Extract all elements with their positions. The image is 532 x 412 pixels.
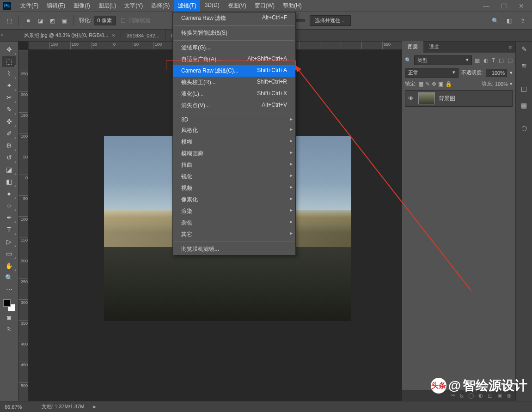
zoom-level[interactable]: 66.67% <box>5 404 32 410</box>
menu-item[interactable]: 视频 <box>173 182 295 194</box>
menu-item[interactable]: 渲染 <box>173 206 295 217</box>
search-icon[interactable]: 🔍 <box>490 16 500 25</box>
menu-item[interactable]: 自适应广角(A)...Alt+Shift+Ctrl+A <box>173 54 295 65</box>
dodge-tool[interactable]: ○ <box>2 200 16 211</box>
menu-item[interactable]: 杂色 <box>173 217 295 229</box>
filter-search-icon[interactable]: 🔍 <box>405 57 411 63</box>
menu-窗口[interactable]: 窗口(W) <box>251 0 278 12</box>
filter-type-icon[interactable]: T <box>492 57 495 64</box>
tab-close-icon[interactable]: × <box>112 32 115 39</box>
crop-tool[interactable]: ✂ <box>2 92 16 103</box>
layer-item[interactable]: 👁 背景图 <box>405 90 513 107</box>
lock-all-icon[interactable]: 🔒 <box>445 81 452 87</box>
workspace-icon[interactable]: ◧ <box>504 16 514 25</box>
menu-item[interactable]: 浏览联机滤镜... <box>173 243 295 255</box>
menu-item[interactable]: 液化(L)...Shift+Ctrl+X <box>173 88 295 100</box>
menu-item[interactable]: 像素化 <box>173 194 295 206</box>
select-and-mask-button[interactable]: 选择并遮住 ... <box>310 15 351 26</box>
selection-sub-icon[interactable]: ◩ <box>48 16 57 25</box>
minimize-button[interactable]: — <box>482 2 490 10</box>
menu-item[interactable]: 3D <box>173 115 295 125</box>
menu-3d[interactable]: 3D(D) <box>201 0 223 12</box>
tool-preset-icon[interactable]: ⬚ <box>5 16 14 25</box>
type-tool[interactable]: T <box>2 224 16 235</box>
chevron-down-icon[interactable]: ▾ <box>510 70 513 76</box>
menu-item[interactable]: Camera Raw 滤镜(C)...Shift+Ctrl+A <box>173 65 295 77</box>
tab-channels[interactable]: 通道 <box>423 41 445 53</box>
selection-add-icon[interactable]: ◪ <box>36 16 45 25</box>
quick-mask-toggle[interactable]: ◙ <box>2 312 16 323</box>
path-select-tool[interactable]: ▷ <box>2 236 16 247</box>
document-tab[interactable]: 391634_082... <box>121 30 165 41</box>
menu-item[interactable]: 模糊画廊 <box>173 148 295 159</box>
filter-adjust-icon[interactable]: ◐ <box>483 57 488 64</box>
document-tab[interactable]: 风景照.jpg @ 48.3% (图层0, RGB/8...× <box>18 30 121 41</box>
menu-item[interactable]: 镜头校正(R)...Shift+Ctrl+R <box>173 77 295 88</box>
panel-menu-icon[interactable]: ≡ <box>505 42 515 53</box>
feather-input[interactable]: 0 像素 <box>94 16 116 25</box>
blend-mode-select[interactable]: 正常▾ <box>405 68 459 78</box>
pen-tool[interactable]: ✒ <box>2 212 16 223</box>
menu-编辑[interactable]: 编辑(E) <box>43 0 69 12</box>
layer-name[interactable]: 背景图 <box>439 95 455 103</box>
maximize-button[interactable]: ☐ <box>500 2 508 10</box>
healing-tool[interactable]: ✜ <box>2 116 16 127</box>
swatches-panel-icon[interactable]: ≋ <box>519 60 530 71</box>
menu-item[interactable]: 风格化 <box>173 125 295 136</box>
share-icon[interactable]: ⇪ <box>518 16 527 25</box>
character-panel-icon[interactable]: ▤ <box>519 100 530 111</box>
tab-layers[interactable]: 图层 <box>402 41 423 53</box>
menu-滤镜[interactable]: 滤镜(T) <box>174 0 200 12</box>
selection-intersect-icon[interactable]: ▣ <box>60 16 69 25</box>
filter-type-select[interactable]: 类型▾ <box>414 55 472 65</box>
brushes-panel-icon[interactable]: ✎ <box>519 43 530 55</box>
zoom-tool[interactable]: 🔍 <box>2 272 16 283</box>
visibility-toggle-icon[interactable]: 👁 <box>407 95 415 102</box>
hand-tool[interactable]: ✋ <box>2 260 16 271</box>
gradient-tool[interactable]: ◧ <box>2 176 16 187</box>
lasso-tool[interactable]: ⌇ <box>2 68 16 79</box>
history-brush-tool[interactable]: ↺ <box>2 152 16 163</box>
filter-pixel-icon[interactable]: ▦ <box>475 57 480 64</box>
lock-brush-icon[interactable]: ✎ <box>425 81 430 87</box>
antialias-checkbox[interactable]: ☐ <box>121 18 126 24</box>
menu-帮助[interactable]: 帮助(H) <box>279 0 306 12</box>
selection-new-icon[interactable]: ■ <box>24 16 33 25</box>
menu-item[interactable]: Camera Raw 滤镜Alt+Ctrl+F <box>173 12 295 24</box>
more-tools[interactable]: ⋯ <box>2 284 16 295</box>
menu-选择[interactable]: 选择(S) <box>147 0 173 12</box>
menu-item[interactable]: 锐化 <box>173 171 295 182</box>
lock-pixels-icon[interactable]: ▦ <box>418 81 423 87</box>
menu-item[interactable]: 模糊 <box>173 136 295 148</box>
eraser-tool[interactable]: ◪ <box>2 164 16 175</box>
layer-thumbnail[interactable] <box>418 92 435 104</box>
menu-item[interactable]: 滤镜库(G)... <box>173 42 295 54</box>
menu-文件[interactable]: 文件(F) <box>17 0 42 12</box>
menu-图像[interactable]: 图像(I) <box>70 0 93 12</box>
menu-图层[interactable]: 图层(L) <box>95 0 120 12</box>
3d-panel-icon[interactable]: ⬡ <box>519 123 530 134</box>
menu-文字[interactable]: 文字(Y) <box>121 0 147 12</box>
eyedropper-tool[interactable]: ✎ <box>2 104 16 115</box>
brush-tool[interactable]: ✐ <box>2 128 16 139</box>
paragraph-panel-icon[interactable]: ◫ <box>519 83 530 94</box>
expand-handle-icon[interactable]: » <box>1 32 4 37</box>
stamp-tool[interactable]: ⚙ <box>2 140 16 151</box>
screen-mode-toggle[interactable]: ⺀ <box>2 324 16 335</box>
marquee-tool[interactable]: ⬚ <box>2 56 16 67</box>
color-swatch[interactable] <box>3 299 15 311</box>
menu-item[interactable]: 其它 <box>173 229 295 240</box>
menu-视图[interactable]: 视图(V) <box>224 0 250 12</box>
menu-item[interactable]: 扭曲 <box>173 159 295 171</box>
opacity-input[interactable]: 100% <box>486 69 507 77</box>
filter-smart-icon[interactable]: ◫ <box>508 57 513 64</box>
status-arrow-icon[interactable]: ▸ <box>93 404 96 410</box>
quick-select-tool[interactable]: ✦ <box>2 80 16 91</box>
menu-item[interactable]: 消失点(V)...Alt+Ctrl+V <box>173 100 295 111</box>
lock-artboard-icon[interactable]: ▣ <box>438 81 443 87</box>
move-tool[interactable]: ✥ <box>2 44 16 55</box>
fill-input[interactable]: 100% <box>495 81 508 87</box>
lock-position-icon[interactable]: ✥ <box>432 81 436 87</box>
shape-tool[interactable]: ▭ <box>2 248 16 259</box>
close-button[interactable]: ✕ <box>517 2 526 10</box>
